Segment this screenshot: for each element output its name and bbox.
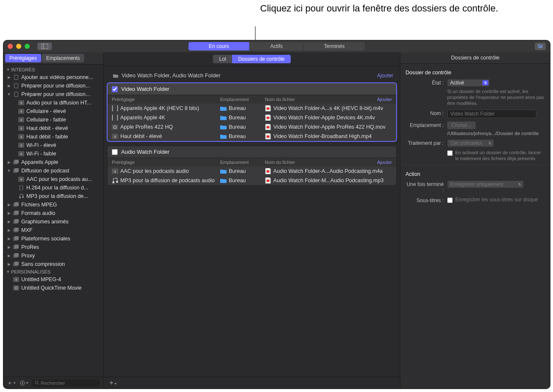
preset-row[interactable]: 4Audio pour la diffusion HT... (3, 99, 103, 107)
preset-cell: Haut débit - élevé (120, 133, 162, 139)
st-checkbox[interactable] (447, 197, 453, 203)
sidebar: Préréglages Emplacements ▼INTÉGRÉS ▶Ajou… (3, 52, 104, 389)
location-cell: Bureau (229, 115, 246, 121)
preset-cell: MP3 pour la diffusion de podcasts audio (120, 178, 215, 183)
preset-row[interactable]: ▶ProRes (3, 243, 103, 251)
preset-row[interactable]: ▶MXF (3, 226, 103, 234)
fini-select[interactable]: Enregistrer uniquement⇅ (447, 180, 524, 188)
zoom-button[interactable] (25, 44, 30, 49)
svg-rect-59 (267, 107, 269, 110)
tab-termines[interactable]: Terminés (303, 42, 365, 51)
group-icon (13, 261, 20, 267)
preset-row[interactable]: 4Untitled MPEG-4 (3, 275, 103, 284)
inspector-toggle-button[interactable] (535, 42, 546, 50)
folder-header[interactable]: Video Watch Folder (108, 83, 396, 95)
table-row[interactable]: 4AAC pour les podcasts audioBureauAudio … (108, 166, 396, 176)
preset-row[interactable]: 4Haut débit - élevé (3, 124, 103, 133)
close-button[interactable] (8, 44, 13, 49)
file-icon (265, 169, 271, 174)
add-watch-folder-button[interactable]: ＋▾ (108, 378, 116, 387)
tab-lot[interactable]: Lot (213, 55, 232, 63)
preset-row[interactable]: ▶Proxy (3, 251, 103, 260)
folder-icon (220, 106, 227, 111)
preset-row[interactable]: 4Haut débit - faible (3, 133, 103, 141)
trait-select[interactable]: Cet ordinateur⇅ (447, 139, 494, 147)
preset-row[interactable]: ▶Ajouter aux vidéos personne... (3, 73, 103, 82)
svg-text:4: 4 (20, 110, 23, 113)
main-segmented-control: En cours Actifs Terminés (188, 42, 365, 51)
add-button[interactable]: ＋▾ (7, 379, 15, 387)
preset-row[interactable]: 4Wi-Fi - élevé (3, 141, 103, 149)
preset-label: Haut débit - faible (26, 134, 68, 140)
etat-select[interactable]: Activé⇅ (447, 79, 490, 87)
preset-row[interactable]: ▶Sans compression (3, 260, 103, 268)
batch-header: Video Watch Folder, Audio Watch Folder A… (107, 71, 397, 80)
preset-row[interactable]: Untitled QuickTime Movie (3, 284, 103, 292)
preset-row[interactable]: ▼Diffusion de podcast (3, 166, 103, 175)
folder-checkbox[interactable] (112, 149, 118, 155)
folder-icon (220, 169, 227, 174)
table-row[interactable]: Appareils Apple 4KBureauVideo Watch Fold… (108, 113, 396, 122)
batch-add-link[interactable]: Ajouter (377, 73, 393, 79)
preset-label: Préparer pour une diffusion... (21, 91, 90, 97)
trait-checkbox[interactable] (447, 150, 453, 156)
tab-locations[interactable]: Emplacements (42, 54, 84, 62)
preset-icon (112, 124, 118, 130)
choose-button[interactable]: Choisir... (447, 121, 476, 129)
mp4-icon: 4 (18, 117, 25, 123)
preset-row[interactable]: ▶Plateformes sociales (3, 234, 103, 243)
group-integres[interactable]: ▼INTÉGRÉS (3, 66, 103, 73)
preset-row[interactable]: MP3 pour la diffusion de... (3, 192, 103, 200)
preset-row[interactable]: 4Cellulaire - élevé (3, 107, 103, 116)
preset-row[interactable]: ▶Préparer pour une diffusion... (3, 82, 103, 90)
etat-label: État : (405, 79, 447, 86)
table-row[interactable]: MP3 pour la diffusion de podcasts audioB… (108, 176, 396, 185)
tab-dossiers[interactable]: Dossiers de contrôle (232, 55, 290, 63)
preset-row[interactable]: 4Wi-Fi - faible (3, 149, 103, 158)
preset-row[interactable]: ▶Graphismes animés (3, 217, 103, 226)
sidebar-toggle-button[interactable] (37, 42, 52, 50)
group-personnalises[interactable]: ▼PERSONNALISÉS (3, 268, 103, 275)
preset-label: Untitled MPEG-4 (21, 276, 61, 282)
table-row[interactable]: Apple ProRes 422 HQBureauVideo Watch Fol… (108, 122, 396, 132)
folder-header[interactable]: Audio Watch Folder (108, 146, 396, 158)
preset-label: Fichiers MPEG (21, 202, 57, 208)
folder-icon (220, 115, 227, 121)
row-add-link[interactable]: Ajouter (377, 160, 392, 165)
preset-label: Haut débit - élevé (26, 125, 68, 131)
table-row[interactable]: 4Haut débit - élevéBureauVideo Watch Fol… (108, 132, 396, 141)
svg-rect-43 (14, 236, 19, 240)
preset-row[interactable]: ▶Fichiers MPEG (3, 200, 103, 209)
nom-field[interactable]: Video Watch Folder (447, 110, 536, 118)
tab-presets[interactable]: Préréglages (5, 54, 41, 62)
col-preset: Préréglage (112, 160, 220, 165)
tab-actifs[interactable]: Actifs (250, 42, 303, 51)
col-location: Emplacement (220, 97, 265, 102)
preset-row[interactable]: ▶Appareils Apple (3, 158, 103, 166)
filename-cell: Video Watch Folder-Apple Devices 4K.m4v (273, 115, 375, 121)
inspector-panel: Dossiers de contrôle Dossier de contrôle… (400, 52, 550, 389)
svg-rect-52 (13, 285, 19, 290)
search-field[interactable] (32, 379, 100, 387)
svg-line-57 (38, 384, 39, 384)
tab-encours[interactable]: En cours (188, 42, 250, 51)
minimize-button[interactable] (16, 44, 21, 49)
trait-check-label: En activant un dossier de contrôle, lanc… (455, 149, 546, 161)
table-row[interactable]: Appareils Apple 4K (HEVC 8 bits)BureauVi… (108, 104, 396, 113)
preset-icon (112, 106, 118, 111)
center-footer: ＋▾ (104, 377, 400, 389)
search-input[interactable] (41, 381, 97, 386)
group-icon (13, 210, 20, 216)
preset-row[interactable]: 4AAC pour les podcasts au... (3, 175, 103, 183)
preset-row[interactable]: ▼Préparer pour une diffusion... (3, 90, 103, 99)
droplet-icon (13, 74, 20, 80)
device-icon (18, 185, 25, 191)
preset-row[interactable]: H.264 pour la diffusion d... (3, 183, 103, 192)
preset-row[interactable]: 4Cellulaire - faible (3, 116, 103, 124)
action-button[interactable]: ▾ (20, 380, 28, 386)
row-add-link[interactable]: Ajouter (377, 97, 392, 102)
folder-icon (112, 73, 119, 79)
folder-checkbox[interactable] (112, 86, 118, 92)
preset-row[interactable]: ▶Formats audio (3, 209, 103, 217)
file-icon (265, 124, 271, 130)
